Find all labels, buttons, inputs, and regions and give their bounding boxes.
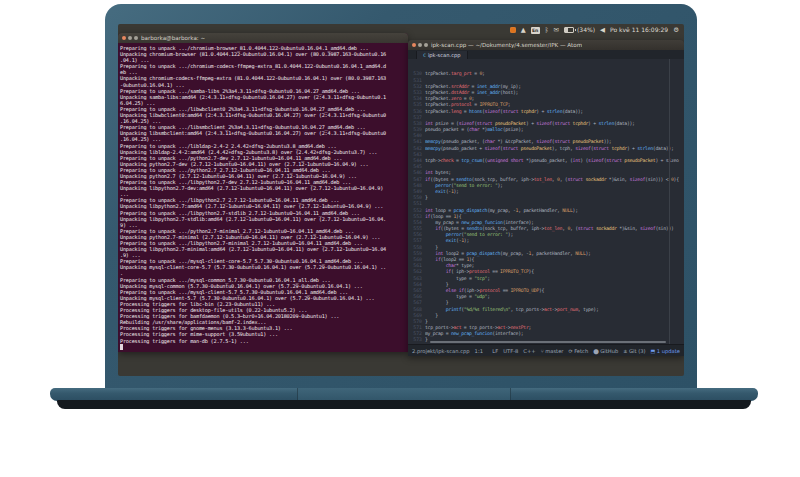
terminal-line: Unpacking chromium-browser (81.0.4044.12… — [120, 51, 406, 57]
package-icon: ⬒ — [651, 348, 656, 354]
status-language[interactable]: C++ — [523, 348, 535, 354]
status-github[interactable]: ⬤ GitHub — [593, 348, 618, 354]
tab-label: ipk-scan.cpp — [428, 52, 461, 58]
status-bar: 2.projekt/ipk-scan.cpp 1:1 LF UTF-8 C++ … — [408, 344, 684, 356]
wrap-guide — [669, 59, 670, 344]
close-icon[interactable] — [412, 43, 416, 47]
status-git-branch[interactable]: ⑂ master — [541, 348, 564, 354]
battery-icon — [564, 27, 574, 33]
git-diff-icon: ± — [623, 348, 627, 354]
terminal-line: Unpacking libpython2.7-dev:amd64 (2.7.12… — [120, 185, 406, 191]
maximize-icon[interactable] — [134, 36, 138, 40]
terminal-line: Preparing to unpack .../chromium-codecs-… — [120, 63, 406, 69]
terminal-window: barborka@barborka: ~ Preparing to unpack… — [118, 33, 408, 352]
system-tray: ▲ En ᛒ ✉ (34%) ◀ Po kvě 11 16:09:29 ⚙ — [510, 25, 679, 35]
atom-title: ipk-scan.cpp — ~/Dokumenty/4.semester/IP… — [431, 42, 582, 48]
terminal-line: Unpacking samba-libs:amd64 (2:4.3.11+dfs… — [120, 94, 406, 100]
cpp-file-icon: C — [423, 53, 426, 58]
terminal-output[interactable]: Preparing to unpack .../chromium-browser… — [118, 43, 408, 356]
window-controls — [412, 43, 428, 47]
terminal-line: Unpacking libpython2.7-stdlib:amd64 (2.7… — [120, 216, 406, 222]
window-controls — [122, 36, 138, 40]
mail-icon[interactable]: ✉ — [554, 25, 559, 35]
desktop: ▲ En ᛒ ✉ (34%) ◀ Po kvě 11 16:09:29 ⚙ ba… — [118, 24, 684, 376]
terminal-line: Unpacking libldap-2.4-2:amd64 (2.4.42+df… — [120, 149, 406, 155]
maximize-icon[interactable] — [424, 43, 428, 47]
laptop-base-edge — [57, 400, 751, 409]
app-indicator-icon[interactable] — [510, 27, 516, 33]
laptop-base-notch — [297, 388, 511, 400]
terminal-title: barborka@barborka: ~ — [141, 35, 205, 41]
sync-icon: ⟳ — [568, 348, 572, 354]
code-editor[interactable]: 530tcpPacket.targ_prt = 0;531532tcpPacke… — [408, 59, 684, 344]
status-file-path[interactable]: 2.projekt/ipk-scan.cpp — [412, 348, 470, 354]
status-cursor-position[interactable]: 1:1 — [475, 348, 483, 354]
terminal-cursor-line — [120, 344, 406, 350]
bluetooth-icon[interactable]: ᛒ — [545, 25, 549, 35]
network-icon[interactable]: ▲ — [521, 25, 526, 35]
terminal-line: Unpacking chromium-codecs-ffmpeg-extra (… — [120, 75, 406, 81]
terminal-titlebar[interactable]: barborka@barborka: ~ — [118, 33, 408, 43]
laptop-mockup: ▲ En ᛒ ✉ (34%) ◀ Po kvě 11 16:09:29 ⚙ ba… — [0, 0, 800, 477]
git-branch-icon: ⑂ — [541, 348, 544, 354]
terminal-cursor — [120, 344, 123, 349]
battery-percentage: (34%) — [577, 25, 595, 35]
battery-icon-nub — [575, 29, 576, 31]
battery-indicator[interactable]: (34%) — [564, 25, 595, 35]
status-line-ending[interactable]: LF — [492, 348, 498, 354]
status-git-changes[interactable]: ± Git (3) — [623, 348, 645, 354]
keyboard-layout-indicator[interactable]: En — [531, 27, 540, 34]
session-gear-icon[interactable]: ⚙ — [673, 25, 679, 35]
clock[interactable]: Po kvě 11 16:09:29 — [610, 25, 668, 35]
tab-bar: C ipk-scan.cpp — [408, 50, 684, 59]
status-update-badge[interactable]: ⬒ 1 update — [651, 348, 680, 354]
atom-window: ipk-scan.cpp — ~/Dokumenty/4.semester/IP… — [408, 40, 684, 356]
terminal-line: Unpacking libpython2.7:amd64 (2.7.12-1ub… — [120, 203, 406, 209]
status-fetch[interactable]: ⟳ Fetch — [568, 348, 588, 354]
minimize-icon[interactable] — [128, 36, 132, 40]
close-icon[interactable] — [122, 36, 126, 40]
terminal-line: Unpacking mysql-client-core-5.7 (5.7.30-… — [120, 264, 406, 270]
terminal-line: Unpacking libwbclient0:amd64 (2:4.3.11+d… — [120, 112, 406, 118]
horizontal-scrollbar[interactable] — [430, 341, 666, 343]
volume-icon[interactable]: ◀ — [600, 25, 605, 35]
status-encoding[interactable]: UTF-8 — [503, 348, 518, 354]
terminal-line: Unpacking libpython2.7-minimal:amd64 (2.… — [120, 246, 406, 252]
github-icon: ⬤ — [593, 348, 599, 354]
terminal-line: Unpacking libsmbclient:amd64 (2:4.3.11+d… — [120, 130, 406, 136]
tab-ipk-scan[interactable]: C ipk-scan.cpp — [416, 51, 468, 59]
atom-titlebar[interactable]: ipk-scan.cpp — ~/Dokumenty/4.semester/IP… — [408, 40, 684, 50]
terminal-line: Unpacking python2.7-dev (2.7.12-1ubuntu0… — [120, 161, 406, 167]
minimize-icon[interactable] — [418, 43, 422, 47]
editor-lines: 530tcpPacket.targ_prt = 0;531532tcpPacke… — [408, 71, 684, 344]
